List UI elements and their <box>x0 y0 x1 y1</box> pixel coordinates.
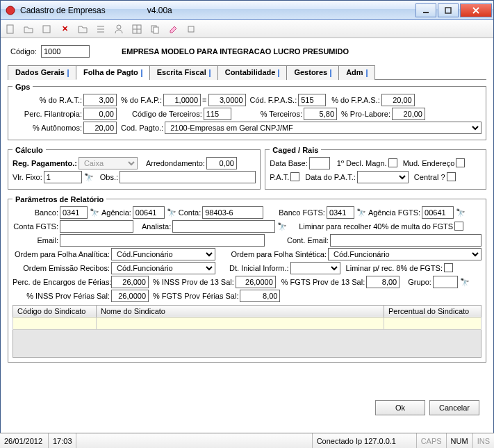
enc-ferias-label: Perc. de Encargos de Férias: <box>13 278 110 286</box>
pat-checkbox[interactable] <box>290 172 299 181</box>
ordem-recibos-label: Ordem Emissão Recibos: <box>13 264 110 272</box>
tab-gestores[interactable]: Gestores <box>286 65 339 80</box>
arredond-input[interactable] <box>206 157 237 169</box>
analista-search-icon[interactable]: 🔭 <box>277 221 288 232</box>
svg-point-0 <box>6 6 15 15</box>
filantropia-input[interactable] <box>83 108 117 120</box>
conta-fgts-label: Conta FGTS: <box>13 222 58 231</box>
sind-col-nome[interactable]: Nome do Sindicato <box>97 305 384 317</box>
tab-contabilidade[interactable]: Contabilidade <box>217 65 288 80</box>
sind-col-percentual[interactable]: Percentual do Sindicato <box>384 305 481 317</box>
ok-button[interactable]: Ok <box>375 400 425 415</box>
fgts-ferias-input[interactable] <box>240 290 280 302</box>
autonomos-input[interactable] <box>83 122 117 134</box>
conta-fgts-input[interactable] <box>60 220 133 233</box>
cod-pagto-select[interactable]: 2100-Empresas em Geral CNPJ/MF <box>165 122 481 134</box>
codigo-label: Código: <box>10 47 37 56</box>
tab-folha-pagto[interactable]: Folha de Pagto <box>76 65 150 80</box>
caged-group: Caged / Rais Data Base: 1º Decl. Magn. M… <box>265 146 486 190</box>
ordem-sintetica-select[interactable]: Cód.Funcionário <box>328 248 481 260</box>
caged-legend: Caged / Rais <box>270 146 321 154</box>
email-input[interactable] <box>60 234 265 247</box>
close-button[interactable] <box>460 3 492 17</box>
grid-icon[interactable] <box>130 22 144 36</box>
banco-input[interactable] <box>60 206 88 219</box>
folder-icon[interactable] <box>76 22 90 36</box>
grupo-search-icon[interactable]: 🔭 <box>459 276 470 288</box>
new-icon[interactable] <box>3 22 17 36</box>
ordem-recibos-select[interactable]: Cód.Funcionário <box>111 262 215 274</box>
fap-result-input[interactable] <box>208 94 246 106</box>
data-base-input[interactable] <box>309 157 330 169</box>
liminar8-label: Liminar p/ rec. 8% de FGTS: <box>346 264 443 272</box>
fap-input[interactable] <box>163 94 201 106</box>
tab-dados-gerais[interactable]: Dados Gerais <box>8 65 76 80</box>
param-group: Parâmetros de Relatório Banco: 🔭 Agência… <box>8 195 486 363</box>
copy-icon[interactable] <box>148 22 162 36</box>
data-pat-select[interactable] <box>357 171 409 183</box>
cont-email-input[interactable] <box>330 234 481 247</box>
calculo-legend: Cálculo <box>13 146 46 154</box>
dt-inicial-select[interactable] <box>290 262 340 274</box>
rat-input[interactable] <box>83 94 117 106</box>
mud-endereco-label: Mud. Endereço <box>403 159 455 167</box>
banco-fgts-search-icon[interactable]: 🔭 <box>356 207 367 218</box>
grupo-input[interactable] <box>433 276 458 288</box>
cod-terceiros-input[interactable] <box>204 108 231 120</box>
agencia-input[interactable] <box>133 206 165 219</box>
maximize-button[interactable] <box>438 3 459 17</box>
agencia-search-icon[interactable]: 🔭 <box>166 207 177 218</box>
gps-group: Gps % do R.A.T.: % do F.A.P.: = Cód. F.P… <box>8 83 486 140</box>
obs-input[interactable] <box>120 171 256 183</box>
agencia-fgts-search-icon[interactable]: 🔭 <box>455 207 466 218</box>
pro-labore-input[interactable] <box>392 108 425 120</box>
enc-ferias-input[interactable] <box>111 276 149 288</box>
sind-col-codigo[interactable]: Código do Sindicato <box>13 305 97 317</box>
liminar40-checkbox[interactable] <box>454 222 463 231</box>
inss-13-input[interactable] <box>236 276 276 288</box>
autonomos-label: % Autônomos: <box>13 124 82 132</box>
central-checkbox[interactable] <box>447 172 456 181</box>
analista-input[interactable] <box>172 220 275 233</box>
vlr-fixo-search-icon[interactable]: 🔭 <box>83 172 94 183</box>
table-row[interactable] <box>13 317 481 329</box>
pc-terceiros-input[interactable] <box>304 108 337 120</box>
delete-icon[interactable]: ✕ <box>58 22 72 36</box>
decl-magn-checkbox[interactable] <box>388 158 397 167</box>
mud-endereco-checkbox[interactable] <box>456 158 465 167</box>
open-icon[interactable] <box>22 22 35 36</box>
banco-search-icon[interactable]: 🔭 <box>89 207 100 218</box>
window-version: v4.00a <box>147 6 172 15</box>
ordem-analitica-select[interactable]: Cód.Funcionário <box>111 248 215 260</box>
user-icon[interactable] <box>112 22 126 36</box>
svg-rect-4 <box>43 26 50 33</box>
list-icon[interactable] <box>94 22 108 36</box>
save-icon[interactable] <box>40 22 53 36</box>
tool-icon[interactable] <box>184 22 198 36</box>
cancel-button[interactable]: Cancelar <box>429 400 479 415</box>
pc-fpas-input[interactable] <box>381 94 415 106</box>
reg-pag-select[interactable]: Caixa <box>79 157 138 169</box>
table-blank-area <box>13 330 481 358</box>
obs-label: Obs.: <box>100 173 118 181</box>
company-name: EMPRESA MODELO PARA INTEGRACAO LUCRO PRE… <box>122 47 349 56</box>
vlr-fixo-label: Vlr. Fixo: <box>13 173 42 181</box>
liminar8-checkbox[interactable] <box>444 263 453 272</box>
codigo-input[interactable] <box>41 45 90 58</box>
vlr-fixo-input[interactable] <box>44 171 82 183</box>
inss-ferias-label: % INSS Prov Férias Sal: <box>13 292 110 300</box>
rat-label: % do R.A.T.: <box>13 96 82 104</box>
banco-fgts-label: Banco FGTS: <box>279 208 325 217</box>
fgts-13-input[interactable] <box>366 276 400 288</box>
tab-escrita-fiscal[interactable]: Escrita Fiscal <box>149 65 218 80</box>
minimize-button[interactable] <box>415 3 436 17</box>
tab-adm[interactable]: Adm <box>338 65 374 80</box>
erase-icon[interactable] <box>166 22 180 36</box>
banco-fgts-input[interactable] <box>327 206 354 219</box>
cod-terceiros-label: Código de Terceiros: <box>132 110 202 118</box>
inss-ferias-input[interactable] <box>111 290 149 302</box>
cod-fpas-input[interactable] <box>298 94 326 106</box>
conta-input[interactable] <box>202 206 263 219</box>
svg-rect-1 <box>423 12 429 13</box>
agencia-fgts-input[interactable] <box>422 206 454 219</box>
